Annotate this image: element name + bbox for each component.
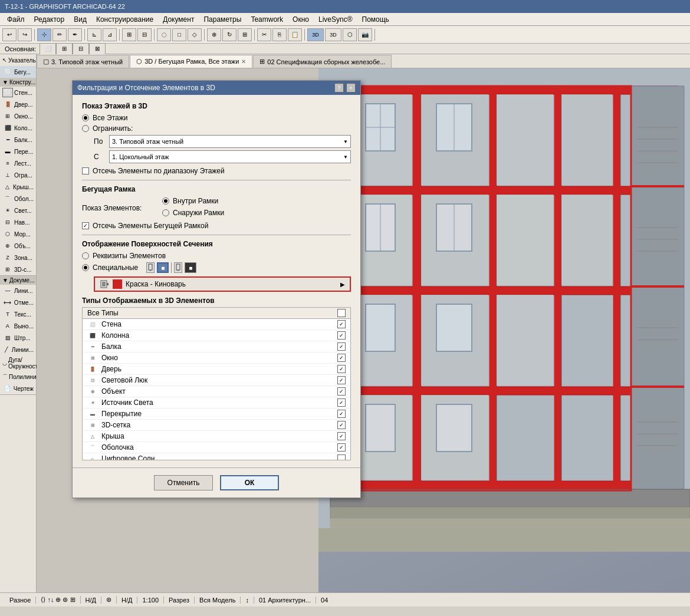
tb-snap3[interactable]: ◇ xyxy=(188,28,202,41)
ok-button[interactable]: ОК xyxy=(220,475,279,490)
all-floors-radio[interactable] xyxy=(82,114,89,121)
status-view-type[interactable]: Разрез xyxy=(164,597,195,604)
tool-door[interactable]: 🚪 Двер... xyxy=(0,98,36,110)
all-types-checkbox[interactable] xyxy=(337,309,346,317)
tool-hatch[interactable]: ▨ Штр... xyxy=(0,332,36,344)
surface-pen-icon[interactable] xyxy=(146,262,155,273)
tb-draw2[interactable]: ✒ xyxy=(68,28,82,41)
type-checkbox[interactable]: ✓ xyxy=(337,398,346,407)
tool-morph[interactable]: ⬡ Мор... xyxy=(0,228,36,240)
tb-osnova3[interactable]: ⊟ xyxy=(73,43,89,55)
tab-floor-plan[interactable]: ▢ 3. Типовой этаж четный xyxy=(37,55,129,68)
tb-angle[interactable]: ⊾ xyxy=(87,28,101,41)
tb-select[interactable]: ⊹ xyxy=(37,28,51,41)
type-checkbox[interactable]: ✓ xyxy=(337,376,346,384)
tb-render[interactable]: ⬡ xyxy=(343,28,357,41)
limit-floors-radio[interactable] xyxy=(82,125,89,132)
tool-stair[interactable]: ≡ Лест... xyxy=(0,157,36,169)
dialog-close-btn[interactable]: × xyxy=(346,83,356,93)
cancel-button[interactable]: Отменить xyxy=(154,475,213,490)
special-radio[interactable] xyxy=(82,264,89,271)
type-checkbox[interactable]: ✓ xyxy=(337,387,346,396)
tb-angle2[interactable]: ⊿ xyxy=(103,28,117,41)
tool-curtain[interactable]: ⊟ Нав... xyxy=(0,216,36,228)
tb-3d2[interactable]: 3D xyxy=(325,28,341,41)
tb-snap2[interactable]: □ xyxy=(172,28,186,41)
menu-construct[interactable]: Конструирование xyxy=(91,14,158,25)
tool-slab[interactable]: ▬ Пере... xyxy=(0,146,36,157)
tool-dim[interactable]: ⟷ Отме... xyxy=(0,297,36,308)
tool-shell[interactable]: ⌒ Обол... xyxy=(0,193,36,205)
types-list[interactable]: Все Типы ⬜ Стена ✓ ⬛ Колонна ✓ ━ Балка ✓… xyxy=(82,307,351,460)
type-checkbox[interactable]: ✓ xyxy=(337,354,346,362)
tab-3d-close[interactable]: ✕ xyxy=(241,58,246,65)
type-checkbox[interactable]: ✓ xyxy=(337,342,346,351)
tb-cam[interactable]: 📷 xyxy=(358,28,372,41)
3d-viewport[interactable] xyxy=(318,68,690,592)
inside-frame-radio[interactable] xyxy=(162,197,169,205)
material-button[interactable]: Краска - Киноварь ▶ xyxy=(94,276,351,292)
menu-parameters[interactable]: Параметры xyxy=(199,14,246,25)
status-model-type[interactable]: Вся Модель xyxy=(195,597,241,604)
type-checkbox[interactable]: ✓ xyxy=(337,443,346,452)
type-checkbox[interactable]: ✓ xyxy=(337,432,346,440)
tool-object[interactable]: ⊕ Объ... xyxy=(0,240,36,252)
type-checkbox[interactable] xyxy=(337,454,346,460)
tb-rotate[interactable]: ↻ xyxy=(222,28,236,41)
status-scale[interactable]: 1:100 xyxy=(137,597,164,604)
type-checkbox[interactable]: ✓ xyxy=(337,421,346,429)
tb-mirror[interactable]: ⊞ xyxy=(238,28,252,41)
type-checkbox[interactable]: ✓ xyxy=(337,331,346,340)
type-checkbox[interactable]: ✓ xyxy=(337,365,346,373)
s-select[interactable]: 1. Цокольный этаж ▼ xyxy=(109,150,351,163)
po-select[interactable]: 3. Типовой этаж четный ▼ xyxy=(109,135,351,148)
menu-window[interactable]: Окно xyxy=(288,14,314,25)
tb-osnova2[interactable]: ⊞ xyxy=(56,43,73,55)
requisites-radio[interactable] xyxy=(82,252,89,259)
type-checkbox[interactable]: ✓ xyxy=(337,320,346,328)
surface-pen-dark-icon[interactable] xyxy=(174,262,182,273)
group-document-header[interactable]: ▼Докуме... xyxy=(0,276,36,285)
surface-fill-icon[interactable]: ■ xyxy=(157,262,169,273)
menu-livesync[interactable]: LiveSync® xyxy=(314,14,357,25)
tool-zone[interactable]: Z Зона... xyxy=(0,252,36,263)
status-layer[interactable]: ↕ xyxy=(241,597,254,604)
tb-3d[interactable]: 3D xyxy=(307,28,324,41)
dialog-help-btn[interactable]: ? xyxy=(334,83,344,93)
type-checkbox[interactable]: ✓ xyxy=(337,410,346,418)
tool-window[interactable]: ⊞ Окно... xyxy=(0,110,36,122)
tb-copy[interactable]: ⎘ xyxy=(272,28,287,41)
tb-cut[interactable]: ✂ xyxy=(257,28,271,41)
tab-schedule[interactable]: ⊞ 02 Спецификация сборных железобе... xyxy=(253,55,392,68)
tool-light[interactable]: ☀ Свет... xyxy=(0,205,36,216)
tool-drawing[interactable]: 📄 Чертеж xyxy=(0,383,36,394)
tb-grid2[interactable]: ⊟ xyxy=(137,28,152,41)
tb-draw1[interactable]: ✏ xyxy=(52,28,67,41)
tool-arc[interactable]: ◡ Дуга/Окружность xyxy=(0,355,36,371)
menu-document[interactable]: Документ xyxy=(158,14,199,25)
tool-column[interactable]: ⬛ Коло... xyxy=(0,122,36,134)
tool-roof[interactable]: △ Крыш... xyxy=(0,181,36,193)
group-construct-header[interactable]: ▼Констру... xyxy=(0,78,36,87)
cut-elements-checkbox[interactable]: ✓ xyxy=(82,222,89,229)
menu-editor[interactable]: Редактор xyxy=(29,14,70,25)
menu-teamwork[interactable]: Teamwork xyxy=(246,14,288,25)
menu-view[interactable]: Вид xyxy=(69,14,91,25)
tool-running-frame[interactable]: ⬜ Бегу... xyxy=(0,66,36,78)
tab-3d[interactable]: ⬡ 3D / Бегущая Рамка, Все этажи ✕ xyxy=(130,55,252,68)
tool-text[interactable]: T Текс... xyxy=(0,308,36,320)
tb-osnova4[interactable]: ⊠ xyxy=(89,43,106,55)
range-checkbox[interactable] xyxy=(82,167,89,174)
tb-undo[interactable]: ↩ xyxy=(2,28,17,41)
tool-polyline[interactable]: ⌒ Полилиния xyxy=(0,371,36,383)
surface-fill-dark-icon[interactable]: ■ xyxy=(185,262,196,273)
menu-file[interactable]: Файл xyxy=(2,14,29,25)
tb-paste[interactable]: 📋 xyxy=(288,28,302,41)
tool-linework[interactable]: ╱ Линии... xyxy=(0,344,36,355)
tool-pointer[interactable]: ↖ Указатель xyxy=(0,54,36,66)
tool-3d-mesh[interactable]: ⊞ 3D-с... xyxy=(0,263,36,275)
tool-beam[interactable]: ━ Балк... xyxy=(0,134,36,146)
tb-grid[interactable]: ⊞ xyxy=(122,28,136,41)
tb-osnova1[interactable]: ⬜ xyxy=(40,43,56,55)
tool-wall[interactable]: ⬜ Стен... xyxy=(0,87,36,98)
